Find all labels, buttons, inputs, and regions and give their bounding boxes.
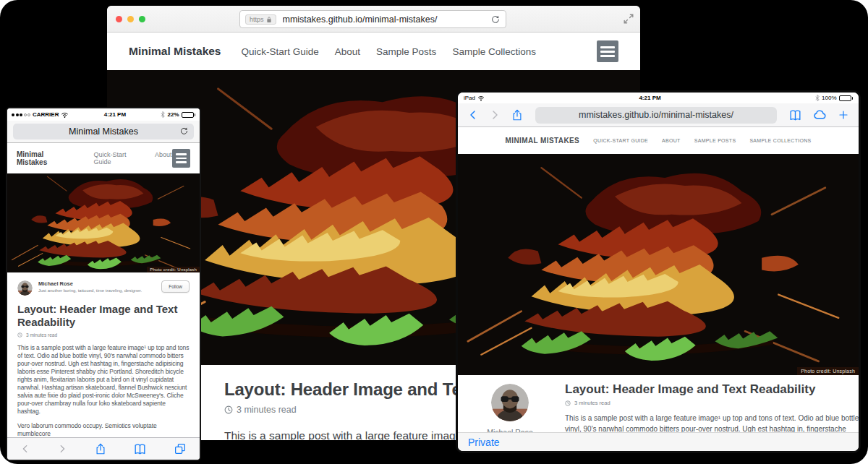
read-time: 3 minutes read — [237, 405, 297, 415]
post-title: Layout: Header Image and Text Readabilit… — [565, 382, 861, 397]
nav-link-sample-collections[interactable]: SAMPLE COLLECTIONS — [749, 138, 811, 143]
nav-link-quick-start-guide[interactable]: QUICK-START GUIDE — [593, 138, 648, 143]
author-name: Michael Rose — [38, 280, 142, 287]
ipad-address-bar[interactable]: mmistakes.github.io/minimal-mistakes/ — [535, 107, 777, 124]
wifi-icon — [61, 112, 69, 118]
author-avatar-photo — [17, 280, 33, 296]
autumn-leaves-photo — [458, 154, 859, 375]
signal-strength-icon — [12, 113, 30, 116]
forward-icon[interactable] — [489, 109, 501, 121]
author-bio: Just another boring, tattooed, time trav… — [38, 288, 142, 293]
nav-link-sample-posts[interactable]: Sample Posts — [376, 46, 436, 57]
close-window-button[interactable] — [116, 16, 122, 22]
ipad-site-nav: MINIMAL MISTAKES QUICK-START GUIDE ABOUT… — [458, 127, 859, 154]
iphone-bottom-toolbar — [7, 437, 200, 460]
share-icon[interactable] — [511, 108, 524, 121]
device-label: iPad — [464, 95, 475, 101]
read-time: 3 minutes read — [574, 400, 610, 406]
desktop-nav-links: Quick-Start Guide About Sample Posts Sam… — [242, 46, 536, 57]
site-title[interactable]: Minimal Mistakes — [129, 45, 221, 58]
photo-credit: Photo credit: Unsplash — [797, 367, 859, 375]
zoom-window-button[interactable] — [139, 16, 145, 22]
iphone-address-bar[interactable]: Minimal Mistakes — [13, 124, 194, 139]
battery-icon — [182, 112, 196, 118]
author-row: Michael Rose Just another boring, tattoo… — [17, 280, 190, 296]
avatar — [17, 280, 33, 296]
icloud-tabs-icon[interactable] — [812, 108, 827, 123]
back-icon[interactable] — [20, 444, 30, 454]
avatar — [491, 384, 529, 421]
window-controls — [116, 16, 145, 22]
iphone-header-image: Photo credit: Unsplash — [7, 173, 200, 272]
tabs-icon[interactable] — [174, 442, 187, 455]
battery-percent: 22% — [167, 111, 179, 118]
desktop-address-bar[interactable]: https mmistakes.github.io/minimal-mistak… — [239, 10, 506, 28]
refresh-icon[interactable] — [179, 126, 189, 136]
status-time: 4:21 PM — [485, 95, 815, 101]
minimize-window-button[interactable] — [127, 16, 134, 22]
new-tab-icon[interactable] — [838, 109, 849, 121]
clock-icon — [224, 405, 233, 414]
iphone-url-text: Minimal Mistakes — [69, 126, 138, 137]
wifi-icon — [477, 95, 485, 101]
menu-hamburger-button[interactable] — [597, 40, 618, 62]
autumn-leaves-photo — [7, 173, 200, 272]
read-time: 3 minutes read — [26, 332, 57, 338]
clock-icon — [565, 400, 571, 406]
nav-link-sample-posts[interactable]: SAMPLE POSTS — [694, 138, 736, 143]
author-info: Michael Rose Just another boring, tattoo… — [38, 280, 142, 293]
iphone-nav-links: Quick-Start Guide About — [93, 151, 171, 166]
refresh-icon[interactable] — [490, 14, 501, 25]
https-label: https — [250, 16, 264, 23]
forward-icon[interactable] — [57, 444, 67, 454]
share-icon[interactable] — [94, 442, 107, 455]
battery-percent: 100% — [822, 95, 836, 101]
ipad-toolbar: mmistakes.github.io/minimal-mistakes/ — [458, 103, 859, 127]
iphone-status-bar: CARRIER 4:21 PM 22% — [7, 108, 200, 121]
ipad-header-image: Photo credit: Unsplash — [458, 154, 859, 375]
ipad-status-bar: iPad 4:21 PM 100% — [458, 93, 859, 103]
ipad-safari-window: iPad 4:21 PM 100% mmistakes.github.io/mi… — [456, 90, 861, 453]
post-meta: 3 minutes read — [17, 332, 190, 338]
menu-hamburger-button[interactable] — [172, 149, 190, 168]
follow-button[interactable]: Follow — [161, 280, 190, 293]
desktop-site-nav: Minimal Mistakes Quick-Start Guide About… — [107, 33, 640, 70]
back-icon[interactable] — [467, 109, 479, 121]
nav-link-about[interactable]: ABOUT — [662, 138, 681, 143]
bookmarks-icon[interactable] — [133, 442, 147, 456]
site-title[interactable]: MINIMAL MISTAKES — [505, 137, 579, 145]
bluetooth-icon — [161, 111, 165, 118]
nav-link-quick-start-guide[interactable]: Quick-Start Guide — [93, 151, 142, 166]
site-title[interactable]: Minimal Mistakes — [17, 150, 74, 166]
post-title: Layout: Header Image and Text Readabilit… — [17, 303, 180, 329]
post-meta: 3 minutes read — [565, 400, 861, 406]
lock-icon — [266, 16, 272, 23]
composite-canvas: https mmistakes.github.io/minimal-mistak… — [0, 0, 868, 464]
fullscreen-expand-icon[interactable] — [624, 14, 634, 24]
https-badge: https — [245, 14, 276, 25]
iphone-safari-window: CARRIER 4:21 PM 22% Minimal Mistakes Min… — [6, 107, 201, 461]
bluetooth-icon — [815, 95, 820, 101]
battery-icon — [839, 95, 854, 101]
post-body-paragraph-1: This is a sample post with a large featu… — [17, 344, 190, 416]
nav-link-about[interactable]: About — [335, 46, 360, 57]
nav-link-about[interactable]: About — [155, 151, 172, 166]
iphone-site-nav: Minimal Mistakes Quick-Start Guide About — [7, 143, 200, 173]
desktop-browser-chrome: https mmistakes.github.io/minimal-mistak… — [107, 6, 640, 33]
author-avatar-photo — [491, 384, 529, 421]
status-time: 4:21 PM — [69, 111, 161, 118]
photo-credit: Photo credit: Unsplash — [147, 267, 200, 272]
desktop-url-text: mmistakes.github.io/minimal-mistakes/ — [283, 14, 490, 25]
iphone-url-row: Minimal Mistakes — [7, 121, 200, 143]
carrier-label: CARRIER — [33, 111, 59, 118]
private-button[interactable]: Private — [468, 437, 500, 448]
iphone-article: Michael Rose Just another boring, tattoo… — [7, 272, 200, 439]
private-browsing-bar: Private — [458, 432, 859, 451]
bookmarks-icon[interactable] — [788, 108, 802, 122]
ipad-nav-links: QUICK-START GUIDE ABOUT SAMPLE POSTS SAM… — [593, 138, 811, 143]
post-body-paragraph-2: Vero laborum commodo occupy. Semiotics v… — [17, 422, 190, 438]
nav-link-sample-collections[interactable]: Sample Collections — [452, 46, 536, 57]
clock-icon — [17, 332, 22, 338]
nav-link-quick-start-guide[interactable]: Quick-Start Guide — [242, 46, 319, 57]
